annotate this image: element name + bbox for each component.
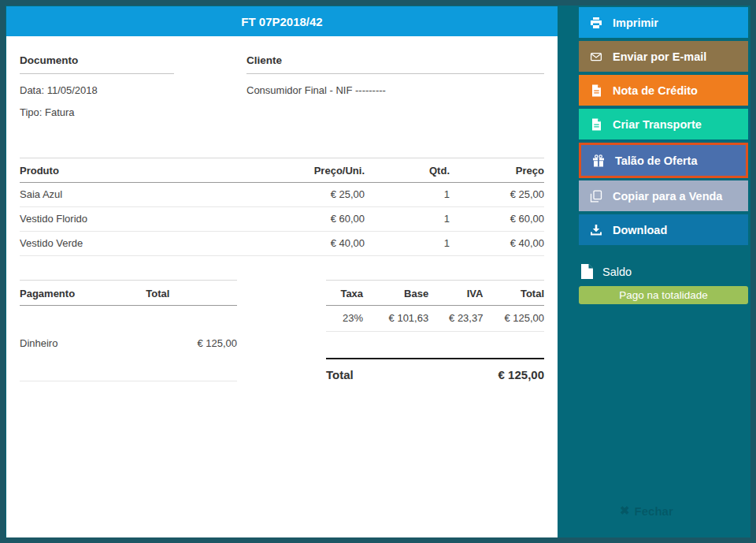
- download-icon: [590, 224, 602, 236]
- client-section: Cliente Consumidor Final - NIF ---------: [246, 54, 544, 128]
- copiar-venda-button[interactable]: Copiar para a Venda: [579, 180, 748, 211]
- product-name: Vestido Florido: [20, 207, 231, 232]
- document-type: Tipo: Fatura: [20, 106, 174, 120]
- product-qty: 1: [365, 207, 450, 232]
- envelope-icon: [590, 50, 602, 63]
- product-unit-price: € 40,00: [231, 232, 365, 256]
- tax-rate: 23%: [326, 306, 363, 332]
- col-header-base: Base: [363, 281, 428, 306]
- action-label: Imprimir: [613, 17, 658, 29]
- download-button[interactable]: Download: [579, 214, 748, 245]
- payment-table: Pagamento Total Dinheiro € 125,00: [20, 280, 237, 381]
- action-sidebar: Imprimir Enviar por E-mail Nota de Crédi…: [579, 7, 748, 304]
- grand-total-label: Total: [326, 368, 354, 381]
- col-header-qtd: Qtd.: [365, 158, 450, 183]
- product-qty: 1: [365, 183, 450, 207]
- grand-total-value: € 125,00: [498, 368, 544, 381]
- col-header-produto: Produto: [20, 158, 231, 183]
- invoice-panel: FT 07P2018/42 Documento Data: 11/05/2018…: [6, 6, 558, 537]
- document-section: Documento Data: 11/05/2018 Tipo: Fatura: [20, 54, 174, 128]
- close-icon: ✖: [620, 504, 630, 518]
- action-label: Enviar por E-mail: [613, 50, 706, 63]
- invoice-title-bar: FT 07P2018/42: [6, 6, 558, 36]
- copy-icon: [590, 190, 602, 203]
- file-text-icon: [590, 118, 602, 131]
- tax-iva: € 23,37: [428, 306, 483, 332]
- payment-method: Dinheiro: [20, 306, 146, 381]
- payment-total: € 125,00: [146, 306, 237, 381]
- gift-icon: [592, 154, 605, 167]
- action-label: Nota de Crédito: [613, 84, 698, 97]
- col-header-tax-total: Total: [483, 281, 544, 306]
- invoice-number: FT 07P2018/42: [241, 15, 322, 28]
- product-unit-price: € 25,00: [231, 183, 365, 207]
- product-name: Vestido Verde: [20, 232, 231, 256]
- payment-row: Dinheiro € 125,00: [20, 306, 237, 381]
- action-label: Criar Transporte: [613, 118, 702, 131]
- saldo-label: Saldo: [602, 266, 632, 278]
- imprimir-button[interactable]: Imprimir: [579, 7, 748, 38]
- nota-credito-button[interactable]: Nota de Crédito: [579, 75, 748, 106]
- product-unit-price: € 60,00: [231, 207, 365, 232]
- products-header-row: Produto Preço/Uni. Qtd. Preço: [20, 158, 544, 183]
- client-section-title: Cliente: [246, 54, 544, 74]
- grand-total: Total € 125,00: [326, 358, 544, 381]
- document-date: Data: 11/05/2018: [20, 84, 174, 98]
- col-header-pagamento: Pagamento: [20, 281, 146, 306]
- product-row: Saia Azul € 25,00 1 € 25,00: [20, 183, 544, 207]
- col-header-preco: Preço: [450, 158, 544, 183]
- product-price: € 60,00: [450, 207, 544, 232]
- tax-total: € 125,00: [483, 306, 544, 332]
- file-icon: [581, 264, 593, 279]
- action-label: Talão de Oferta: [615, 154, 697, 167]
- col-header-pagamento-total: Total: [146, 281, 237, 306]
- close-label: Fechar: [635, 504, 673, 518]
- file-text-icon: [590, 84, 602, 97]
- tax-row: 23% € 101,63 € 23,37 € 125,00: [326, 306, 544, 332]
- col-header-preco-uni: Preço/Uni.: [231, 158, 365, 183]
- talao-oferta-button[interactable]: Talão de Oferta: [579, 143, 748, 178]
- payment-status-badge: Pago na totalidade: [579, 286, 748, 304]
- product-price: € 40,00: [450, 232, 544, 256]
- col-header-iva: IVA: [428, 281, 483, 306]
- tax-base: € 101,63: [363, 306, 428, 332]
- products-table: Produto Preço/Uni. Qtd. Preço Saia Azul …: [20, 158, 544, 256]
- product-row: Vestido Florido € 60,00 1 € 60,00: [20, 207, 544, 232]
- col-header-taxa: Taxa: [326, 281, 363, 306]
- criar-transporte-button[interactable]: Criar Transporte: [579, 109, 748, 139]
- payment-header-row: Pagamento Total: [20, 281, 237, 306]
- enviar-email-button[interactable]: Enviar por E-mail: [579, 41, 748, 72]
- product-row: Vestido Verde € 40,00 1 € 40,00: [20, 232, 544, 256]
- printer-icon: [590, 17, 602, 29]
- tax-table: Taxa Base IVA Total 23% € 101,63 € 23,37…: [326, 280, 544, 332]
- product-qty: 1: [365, 232, 450, 256]
- document-section-title: Documento: [20, 54, 174, 74]
- product-name: Saia Azul: [20, 183, 231, 207]
- action-label: Download: [613, 224, 667, 236]
- saldo-section: Saldo: [579, 264, 748, 279]
- fechar-button[interactable]: ✖ Fechar: [620, 504, 673, 518]
- client-name: Consumidor Final - NIF ---------: [246, 84, 544, 98]
- action-label: Copiar para a Venda: [613, 190, 722, 203]
- payment-status-text: Pago na totalidade: [619, 289, 708, 301]
- tax-header-row: Taxa Base IVA Total: [326, 281, 544, 306]
- product-price: € 25,00: [450, 183, 544, 207]
